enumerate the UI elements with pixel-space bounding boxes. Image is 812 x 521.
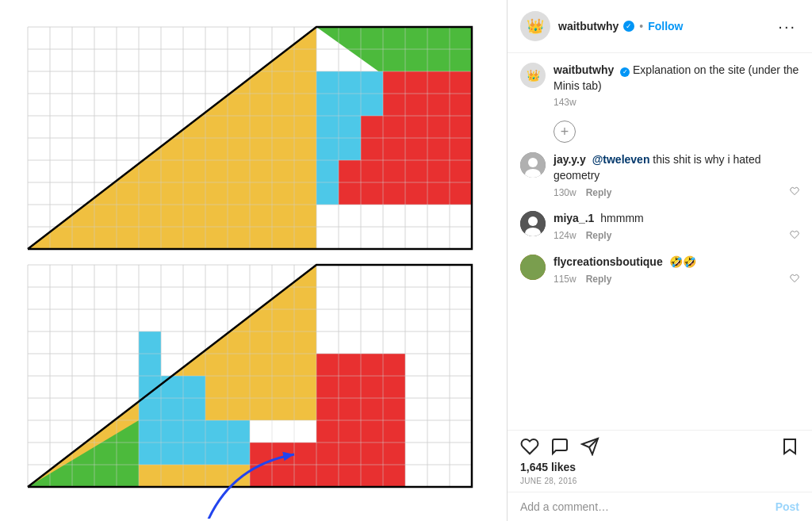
comment-content: miya_.1 hmmmm 124w Reply [553, 211, 799, 242]
dot-separator: • [639, 20, 643, 33]
comment-meta: 130w Reply [553, 186, 799, 198]
svg-point-6 [520, 255, 546, 280]
add-comment-input[interactable] [520, 500, 769, 513]
comment-content: jay.y.y @tweleven this shit is why i hat… [553, 152, 799, 198]
heart-button[interactable] [790, 274, 799, 285]
header-user-info: waitbutwhy ✓ • Follow [558, 20, 767, 33]
caption-avatar: 👑 [520, 63, 546, 88]
caption-verified-icon: ✓ [620, 67, 630, 77]
reply-button[interactable]: Reply [586, 274, 612, 285]
comment-avatar [520, 152, 546, 178]
comment-time: 130w [553, 187, 576, 198]
reply-button[interactable]: Reply [586, 187, 612, 198]
comment-text: jay.y.y @tweleven this shit is why i hat… [553, 152, 799, 183]
comment-username[interactable]: jay.y.y [553, 153, 586, 166]
add-comment-row: Post [508, 492, 812, 521]
verified-icon: ✓ [623, 21, 634, 32]
caption-time: 143w [553, 97, 576, 108]
svg-point-4 [528, 216, 538, 226]
comment-item: 🌿 flycreationsboutique 🤣🤣 115w Reply [520, 255, 799, 285]
likes-count: 1,645 likes [508, 459, 812, 475]
header-username[interactable]: waitbutwhy [558, 20, 619, 33]
comment-time: 115w [553, 274, 576, 285]
more-options-button[interactable]: ··· [775, 18, 799, 34]
caption-meta: 143w [553, 97, 799, 108]
heart-button[interactable] [790, 186, 799, 198]
avatar: 👑 [520, 11, 550, 41]
comment-avatar [520, 211, 546, 236]
follow-button[interactable]: Follow [648, 20, 683, 33]
svg-marker-10 [784, 439, 795, 454]
comment-content: flycreationsboutique 🤣🤣 115w Reply [553, 255, 799, 285]
right-panel: 👑 waitbutwhy ✓ • Follow ··· 👑 waitbutwhy… [508, 0, 812, 521]
comment-mention[interactable]: @tweleven [592, 153, 650, 166]
comment-meta: 124w Reply [553, 230, 799, 242]
actions-row [508, 430, 812, 459]
like-button[interactable] [520, 437, 539, 456]
caption-username[interactable]: waitbutwhy [553, 63, 614, 76]
heart-button[interactable] [790, 230, 799, 242]
caption-content: waitbutwhy ✓ Explanation on the site (un… [553, 63, 799, 108]
comment-text: miya_.1 hmmmm [553, 211, 799, 227]
post-image-panel [0, 0, 508, 521]
save-button[interactable] [780, 437, 799, 456]
comment-meta: 115w Reply [553, 274, 799, 285]
comments-section: 👑 waitbutwhy ✓ Explanation on the site (… [508, 53, 812, 430]
svg-point-1 [528, 158, 538, 167]
caption-text: waitbutwhy ✓ Explanation on the site (un… [553, 63, 799, 94]
comment-text: flycreationsboutique 🤣🤣 [553, 255, 799, 270]
comment-item: miya_.1 hmmmm 124w Reply [520, 211, 799, 242]
post-date: JUNE 28, 2016 [508, 475, 812, 492]
comment-item: jay.y.y @tweleven this shit is why i hat… [520, 152, 799, 198]
comment-time: 124w [553, 230, 576, 241]
comment-username[interactable]: miya_.1 [553, 212, 594, 224]
comment-button[interactable] [550, 437, 569, 456]
add-more-button[interactable]: + [553, 121, 576, 143]
comment-body: hmmmm [600, 212, 643, 224]
comment-body: 🤣🤣 [669, 255, 696, 268]
caption-comment: 👑 waitbutwhy ✓ Explanation on the site (… [520, 63, 799, 108]
post-header: 👑 waitbutwhy ✓ • Follow ··· [508, 0, 812, 53]
comment-username[interactable]: flycreationsboutique [553, 255, 663, 268]
post-comment-button[interactable]: Post [776, 500, 799, 513]
reply-button[interactable]: Reply [586, 230, 612, 241]
share-button[interactable] [580, 437, 599, 456]
comment-avatar: 🌿 [520, 255, 546, 280]
